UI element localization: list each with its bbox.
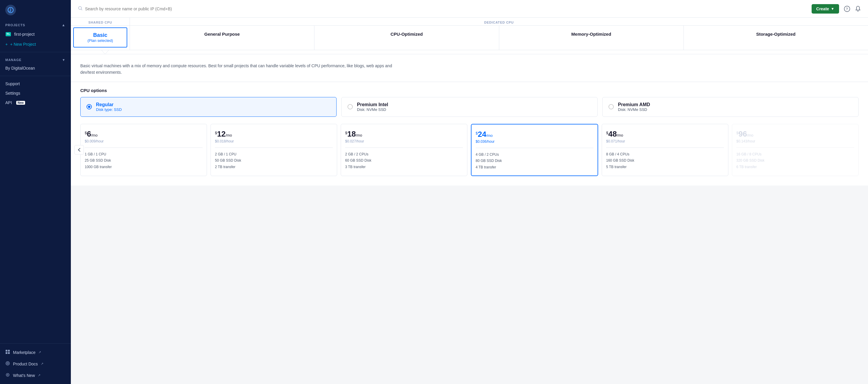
regular-radio (87, 104, 92, 109)
price-18-hourly: $0.027/hour (345, 139, 463, 143)
price-48-main: $48/mo (606, 130, 724, 139)
regular-sub: Disk type: SSD (96, 107, 122, 112)
price-6-spec-2: 1000 GB transfer (85, 164, 203, 171)
general-purpose-tab[interactable]: General Purpose (130, 26, 314, 50)
search-bar (78, 6, 807, 11)
svg-text:?: ? (846, 7, 848, 11)
price-24-specs: 4 GB / 2 CPUs 80 GB SSD Disk 4 TB transf… (476, 151, 593, 171)
price-6-spec-1: 25 GB SSD Disk (85, 158, 203, 164)
notifications-button[interactable] (855, 6, 861, 12)
help-button[interactable]: ? (844, 6, 850, 12)
price-6-specs: 1 GB / 1 CPU 25 GB SSD Disk 1000 GB tran… (85, 151, 203, 171)
price-96-hourly: $0.143/hour (736, 139, 854, 143)
premium-intel-cpu-info: Premium Intel Disk: NVMe SSD (357, 102, 388, 112)
new-project-plus-icon: + (5, 42, 8, 46)
sidebar-bottom-section: Marketplace ↗ Product Docs ↗ What's New … (0, 343, 71, 384)
regular-cpu-info: Regular Disk type: SSD (96, 102, 122, 112)
basic-plan-selected-label: (Plan selected) (77, 38, 124, 43)
price-96-specs: 16 GB / 8 CPUs 320 GB SSD Disk 6 TB tran… (736, 151, 854, 171)
support-label: Support (5, 81, 20, 86)
regular-cpu-option[interactable]: Regular Disk type: SSD (80, 97, 337, 117)
memory-optimized-tab[interactable]: Memory-Optimized (499, 26, 684, 50)
sidebar-item-product-docs[interactable]: Product Docs ↗ (0, 358, 71, 370)
manage-label: MANAGE (5, 58, 22, 62)
price-card-48[interactable]: $48/mo $0.071/hour 8 GB / 4 CPUs 160 GB … (602, 124, 728, 176)
manage-section-header[interactable]: MANAGE ▼ (0, 55, 71, 63)
price-48-specs: 8 GB / 4 CPUs 160 GB SSD Disk 5 TB trans… (606, 151, 724, 171)
dedicated-cpu-label: DEDICATED CPU (130, 18, 868, 25)
shared-cpu-label: SHARED CPU (71, 18, 130, 25)
storage-optimized-tab[interactable]: Storage-Optimized (684, 26, 868, 50)
pricing-row: $6/mo $0.009/hour 1 GB / 1 CPU 25 GB SSD… (80, 124, 859, 176)
price-18-main: $18/mo (345, 130, 463, 139)
sidebar-item-api[interactable]: API New (0, 98, 71, 107)
price-48-hourly: $0.071/hour (606, 139, 724, 143)
svg-point-6 (6, 361, 9, 365)
pricing-section: $6/mo $0.009/hour 1 GB / 1 CPU 25 GB SSD… (71, 124, 868, 185)
product-docs-label: Product Docs (13, 361, 38, 366)
dedicated-tabs-container: General Purpose CPU-Optimized Memory-Opt… (130, 26, 868, 50)
settings-label: Settings (5, 91, 20, 96)
marketplace-label: Marketplace (13, 350, 35, 355)
regular-label: Regular (96, 102, 122, 107)
by-digitalocean-label: By DigitalOcean (5, 66, 35, 70)
premium-intel-cpu-option[interactable]: Premium Intel Disk: NVMe SSD (341, 97, 597, 117)
shared-cpu-header-col: SHARED CPU (71, 18, 130, 25)
project-label: first-project (14, 32, 35, 37)
whats-new-label: What's New (13, 373, 35, 378)
dedicated-cpu-header-col: DEDICATED CPU (130, 18, 868, 25)
premium-amd-cpu-option[interactable]: Premium AMD Disk: NVMe SSD (602, 97, 859, 117)
topbar-actions: Create ▼ ? (812, 4, 861, 13)
premium-amd-cpu-info: Premium AMD Disk: NVMe SSD (618, 102, 650, 112)
price-card-6[interactable]: $6/mo $0.009/hour 1 GB / 1 CPU 25 GB SSD… (80, 124, 207, 176)
description-text: Basic virtual machines with a mix of mem… (80, 63, 405, 76)
main-content: Create ▼ ? SHARED CPU (71, 0, 868, 384)
svg-point-9 (7, 374, 8, 376)
sidebar-item-marketplace[interactable]: Marketplace ↗ (0, 347, 71, 358)
prev-pricing-button[interactable] (74, 145, 84, 154)
svg-rect-2 (6, 350, 7, 352)
sidebar-divider-2 (0, 76, 71, 76)
basic-plan-tab[interactable]: Basic (Plan selected) (73, 28, 127, 47)
premium-intel-sub: Disk: NVMe SSD (357, 107, 388, 112)
premium-intel-radio (347, 104, 353, 109)
create-button[interactable]: Create ▼ (812, 4, 839, 13)
premium-amd-radio (609, 104, 614, 109)
description-section: Basic virtual machines with a mix of mem… (71, 54, 868, 82)
price-card-12[interactable]: $12/mo $0.018/hour 2 GB / 1 CPU 50 GB SS… (211, 124, 337, 176)
price-18-specs: 2 GB / 2 CPUs 60 GB SSD Disk 3 TB transf… (345, 151, 463, 171)
sidebar-item-by-digitalocean[interactable]: By DigitalOcean (0, 63, 71, 73)
product-docs-icon (5, 361, 10, 366)
basic-plan-label: Basic (77, 32, 124, 38)
price-card-96[interactable]: $96/mo $0.143/hour 16 GB / 8 CPUs 320 GB… (732, 124, 859, 176)
price-24-main: $24/mo (476, 130, 593, 139)
whats-new-icon (5, 373, 10, 378)
price-24-hourly: $0.036/hour (476, 140, 593, 144)
sidebar-item-support[interactable]: Support (0, 79, 71, 89)
marketplace-external-icon: ↗ (38, 350, 41, 354)
price-6-spec-0: 1 GB / 1 CPU (85, 151, 203, 158)
price-6-amount: 6 (87, 130, 91, 138)
projects-chevron-icon: ▲ (62, 23, 66, 27)
create-dropdown-icon: ▼ (831, 7, 834, 11)
content-area: SHARED CPU DEDICATED CPU Basic (Plan sel… (71, 18, 868, 384)
manage-chevron-icon: ▼ (62, 58, 66, 62)
sidebar-logo (0, 0, 71, 20)
tab-pointer (71, 50, 868, 54)
cpu-optimized-tab[interactable]: CPU-Optimized (314, 26, 499, 50)
price-card-24[interactable]: $24/mo $0.036/hour 4 GB / 2 CPUs 80 GB S… (471, 124, 598, 176)
new-project-button[interactable]: + + New Project (0, 39, 71, 49)
cpu-options-title: CPU options (80, 88, 859, 93)
sidebar-divider-1 (0, 52, 71, 52)
sidebar-item-settings[interactable]: Settings (0, 89, 71, 98)
logo-icon (5, 5, 16, 15)
price-card-18[interactable]: $18/mo $0.027/hour 2 GB / 2 CPUs 60 GB S… (341, 124, 467, 176)
sidebar-item-whats-new[interactable]: What's New ↗ (0, 370, 71, 381)
price-6-hourly: $0.009/hour (85, 139, 203, 143)
projects-section-header[interactable]: PROJECTS ▲ (0, 20, 71, 29)
price-6-main: $6/mo (85, 130, 203, 139)
sidebar-item-first-project[interactable]: first-project (0, 29, 71, 39)
search-input[interactable] (85, 6, 807, 11)
price-6-divider (85, 147, 203, 148)
shared-tab-container: Basic (Plan selected) (71, 26, 130, 50)
